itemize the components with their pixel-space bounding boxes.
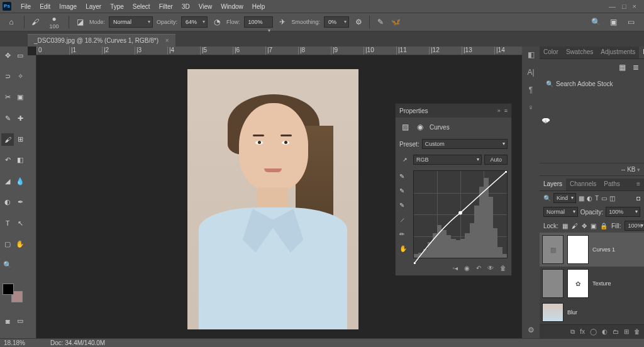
lock-transparent-icon[interactable]: ▦ [562,223,568,229]
eyedropper-black-icon[interactable]: ✎ [399,173,411,180]
eyedropper-white-icon[interactable]: ✎ [399,202,411,209]
layer-adjustment-thumb[interactable]: ▨ [542,235,564,264]
gradient-tool[interactable]: ◢ [1,175,14,187]
layer-fill-input[interactable]: 100% [625,221,644,231]
share-icon[interactable]: ▣ [608,16,619,28]
filter-kind-dropdown[interactable]: Kind [553,193,576,203]
filter-icon[interactable]: 🔍 [543,195,551,202]
filter-toggle[interactable]: ◘ [636,195,640,202]
menu-window[interactable]: Window [216,3,248,10]
layer-blend-dropdown[interactable]: Normal [543,207,578,217]
grid-view-icon[interactable]: ▦ [616,62,628,73]
new-group-icon[interactable]: 🗀 [613,328,619,335]
brush-preset-picker[interactable]: ●100 [45,16,64,28]
lock-position-icon[interactable]: ✥ [582,223,587,229]
dodge-tool[interactable]: ◐ [1,196,14,209]
move-tool[interactable]: ✥ [1,49,14,62]
panel-menu-icon[interactable]: ≡ [504,107,508,114]
layer-row[interactable]: 👁 Blur [540,300,644,324]
hand-icon[interactable]: ✋ [399,245,411,252]
layer-opacity-input[interactable]: 100% [606,207,640,217]
glyphs-panel-icon[interactable]: ♀ [528,103,534,112]
history-brush-tool[interactable]: ↶ [1,154,14,167]
clip-to-layer-icon[interactable]: ▫◂ [452,265,458,272]
draw-curve-icon[interactable]: ✏ [399,231,411,238]
menu-layer[interactable]: Layer [81,3,106,10]
character-panel-icon[interactable]: A| [527,68,534,77]
tab-close-icon[interactable]: × [165,37,169,44]
screen-mode-tool[interactable]: ▭ [14,315,26,328]
tab-swatches[interactable]: Swatches [562,47,597,58]
new-adjustment-icon[interactable]: ◐ [602,328,608,335]
collapse-icon[interactable]: » [497,107,501,114]
eyedropper-tool[interactable]: ✎ [1,112,14,124]
crop-tool[interactable]: ✂ [1,91,14,104]
menu-file[interactable]: File [16,3,35,10]
toggle-visibility-icon[interactable]: 👁 [487,265,494,272]
channel-icon[interactable]: ↗ [399,154,411,165]
layer-thumb[interactable] [542,303,564,322]
menu-select[interactable]: Select [128,3,155,10]
path-selection-tool[interactable]: ↖ [14,217,26,229]
preset-dropdown[interactable]: Custom [422,139,508,149]
history-panel-icon[interactable]: ◧ [528,50,535,59]
edit-points-icon[interactable]: ⟋ [399,216,411,223]
marquee-tool[interactable]: ▭ [14,49,26,62]
eyedropper-gray-icon[interactable]: ✎ [399,187,411,194]
tab-channels[interactable]: Channels [566,179,600,190]
layer-name[interactable]: Curves 1 [592,246,615,253]
layer-thumb[interactable] [542,269,564,298]
flow-input[interactable]: 100% [244,16,273,28]
menu-type[interactable]: Type [106,3,128,10]
filter-shape-icon[interactable]: ▭ [601,195,607,202]
zoom-level[interactable]: 18.18% [4,339,25,346]
ruler-vertical[interactable] [28,55,36,338]
hand-tool[interactable]: ✋ [14,238,26,250]
zoom-tool[interactable]: 🔍 [1,259,14,272]
channel-dropdown[interactable]: RGB [413,155,482,165]
document-tab[interactable]: _DSC0399.jpg @ 18.2% (Curves 1, RGB/8*) … [28,34,175,47]
menu-edit[interactable]: Edit [35,3,55,10]
search-icon[interactable]: 🔍 [590,16,601,28]
canvas-area[interactable]: 0|1|2|3|4|5|6|7|8|9|10|11|12|13|14 Prope… [28,47,522,338]
pressure-size-icon[interactable]: ✎ [375,16,386,28]
type-tool[interactable]: T [1,217,14,229]
layers-menu-icon[interactable]: ≡ [633,179,644,190]
brush-settings-icon[interactable]: ◪ [74,16,86,28]
eraser-tool[interactable]: ◧ [14,154,26,167]
window-minimize[interactable]: — [609,3,616,10]
library-search[interactable]: 🔍 Search Adobe Stock [543,79,640,89]
layer-mask-thumb[interactable] [567,235,589,264]
tab-layers[interactable]: Layers [540,179,566,190]
lock-pixels-icon[interactable]: 🖌 [572,223,578,229]
filter-pixel-icon[interactable]: ▦ [579,195,584,202]
menu-view[interactable]: View [194,3,217,10]
layer-row[interactable]: 👁 ▨ Curves 1 [540,233,644,267]
tab-adjustments[interactable]: Adjustments [597,47,639,58]
pen-tool[interactable]: ✒ [14,196,26,209]
layer-name[interactable]: Texture [592,280,611,287]
mask-icon[interactable]: ◉ [414,121,426,133]
tab-color[interactable]: Color [540,47,562,58]
tab-paths[interactable]: Paths [600,179,624,190]
doc-size[interactable]: Doc: 34.4M/140.0M [50,339,105,346]
curves-graph[interactable] [413,170,508,258]
brush-tool[interactable]: 🖌 [1,133,14,146]
quick-mask-tool[interactable]: ◙ [1,315,14,328]
layer-name[interactable]: Blur [567,309,577,316]
opacity-input[interactable]: 64% [181,16,208,28]
new-layer-icon[interactable]: ⊞ [624,328,629,335]
home-icon[interactable]: ⌂ [4,14,19,30]
layer-style-icon[interactable]: fx [580,328,585,335]
pressure-opacity-icon[interactable]: ◔ [211,16,223,28]
healing-brush-tool[interactable]: ✚ [14,112,26,124]
properties-panel-icon[interactable]: ⚙ [528,326,535,334]
link-layers-icon[interactable]: ⧉ [570,328,575,336]
lock-artboard-icon[interactable]: ▣ [591,223,596,229]
frame-tool[interactable]: ▣ [14,91,26,104]
tab-libraries[interactable]: Libraries [639,47,644,58]
auto-button[interactable]: Auto [484,155,508,165]
settings-gear-icon[interactable]: ⚙ [353,16,364,28]
layer-mask-thumb[interactable]: ✿ [567,269,589,298]
window-close[interactable]: × [633,3,636,10]
